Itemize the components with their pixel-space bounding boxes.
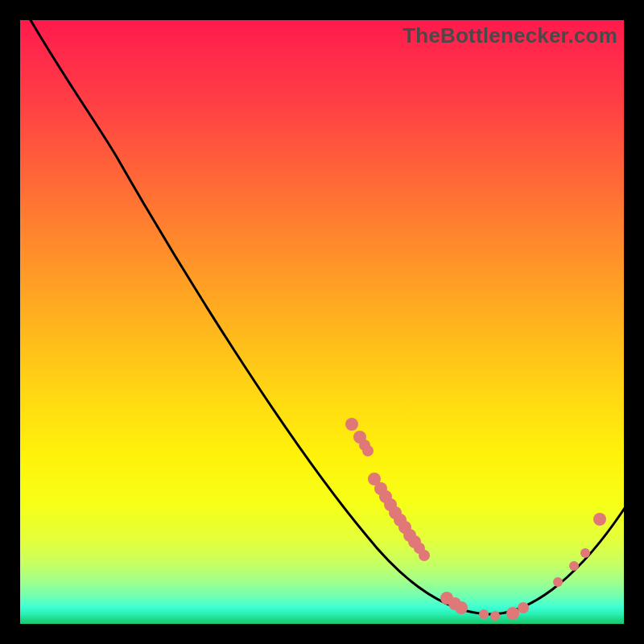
curve-marker bbox=[553, 577, 563, 587]
curve-marker bbox=[345, 418, 358, 431]
curve-marker bbox=[455, 601, 468, 614]
curve-marker bbox=[593, 513, 606, 526]
curve-marker bbox=[506, 607, 519, 620]
curve-marker bbox=[518, 602, 529, 613]
curve-marker bbox=[479, 609, 489, 619]
marker-group bbox=[345, 418, 606, 621]
curve-marker bbox=[569, 561, 579, 571]
curve-marker bbox=[490, 611, 500, 621]
curve-marker bbox=[419, 550, 430, 561]
curve-marker bbox=[362, 445, 374, 456]
chart-frame: TheBottlenecker.com bbox=[20, 20, 624, 624]
curve-marker bbox=[580, 548, 590, 558]
bottleneck-curve bbox=[28, 16, 628, 614]
bottleneck-chart bbox=[20, 20, 624, 624]
